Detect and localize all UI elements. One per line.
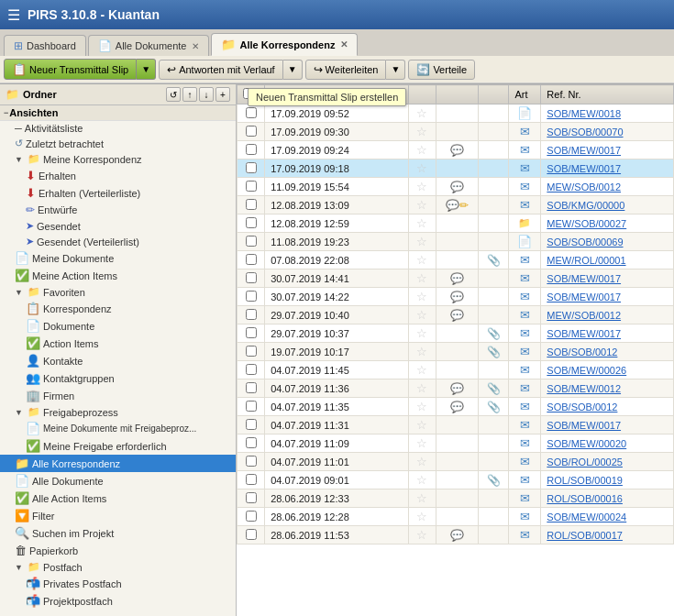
- row-checkbox[interactable]: [246, 474, 257, 485]
- table-row[interactable]: 04.07.2019 11:01☆✉SOB/ROL/00025: [238, 453, 674, 471]
- star-icon[interactable]: ☆: [416, 400, 427, 413]
- new-transmittal-button[interactable]: 📋 Neuer Transmittal Slip: [4, 59, 137, 80]
- row-comment[interactable]: [436, 343, 478, 361]
- new-transmittal-dropdown[interactable]: ▼: [137, 59, 156, 80]
- row-comment[interactable]: [436, 160, 478, 178]
- ref-link[interactable]: SOB/MEW/0017: [547, 163, 621, 174]
- ansichten-collapse[interactable]: −: [4, 108, 8, 117]
- row-star[interactable]: ☆: [408, 380, 436, 398]
- row-comment[interactable]: [436, 453, 478, 471]
- star-icon[interactable]: ☆: [416, 235, 427, 248]
- star-icon[interactable]: ☆: [416, 125, 427, 138]
- row-checkbox[interactable]: [246, 199, 257, 210]
- row-star[interactable]: ☆: [408, 306, 436, 324]
- row-checkbox-cell[interactable]: [238, 178, 265, 196]
- row-star[interactable]: ☆: [408, 398, 436, 416]
- row-checkbox[interactable]: [246, 346, 257, 357]
- table-row[interactable]: 29.07.2019 10:40☆💬✉MEW/SOB/0012: [238, 306, 674, 324]
- tab-alle-korrespondenz[interactable]: 📁 Alle Korrespondenz ✕: [211, 33, 358, 56]
- star-icon[interactable]: ☆: [416, 106, 427, 120]
- sidebar-up-btn[interactable]: ↑: [182, 87, 197, 102]
- star-icon[interactable]: ☆: [416, 161, 427, 175]
- sidebar-item-privates-postfach[interactable]: 📬 Privates Postfach: [0, 575, 236, 592]
- row-star[interactable]: ☆: [408, 233, 436, 251]
- row-checkbox-cell[interactable]: [238, 141, 265, 160]
- sidebar-item-alle-ai[interactable]: ✅ Alle Action Items: [0, 490, 236, 507]
- row-checkbox[interactable]: [246, 456, 257, 467]
- menu-icon[interactable]: ☰: [7, 6, 20, 24]
- row-ref[interactable]: SOB/MEW/0017: [541, 324, 674, 343]
- sidebar-add-btn[interactable]: +: [215, 87, 230, 102]
- sidebar-item-gesendet-v[interactable]: ➤ Gesendet (Verteilerlist): [0, 234, 236, 249]
- sidebar-item-alle-dok[interactable]: 📄 Alle Dokumente: [0, 472, 236, 490]
- sidebar-item-meine-dok[interactable]: 📄 Meine Dokumente: [0, 249, 236, 267]
- table-row[interactable]: 17.09.2019 09:30☆✉SOB/SOB/00070: [238, 123, 674, 141]
- reply-dropdown[interactable]: ▼: [283, 60, 303, 80]
- row-comment[interactable]: [436, 434, 478, 453]
- sidebar-item-aktivitaetsliste[interactable]: ─ Aktivitätsliste: [0, 121, 236, 136]
- ref-link[interactable]: SOB/SOB/0012: [547, 346, 617, 358]
- row-checkbox-cell[interactable]: [238, 160, 265, 178]
- row-checkbox-cell[interactable]: [238, 508, 265, 526]
- row-ref[interactable]: SOB/MEW/0017: [541, 288, 674, 306]
- row-checkbox[interactable]: [246, 492, 257, 503]
- ref-link[interactable]: SOB/MEW/0012: [547, 383, 621, 394]
- sidebar-item-fav-ai[interactable]: ✅ Action Items: [0, 335, 236, 352]
- row-ref[interactable]: ROL/SOB/00016: [541, 490, 674, 508]
- sidebar-item-entwuerfe[interactable]: ✏ Entwürfe: [0, 202, 236, 218]
- ref-link[interactable]: ROL/SOB/00019: [547, 475, 623, 486]
- row-ref[interactable]: SOB/MEW/0017: [541, 270, 674, 288]
- row-star[interactable]: ☆: [408, 361, 436, 380]
- sidebar-item-firmen[interactable]: 🏢 Firmen: [0, 387, 236, 404]
- star-icon[interactable]: ☆: [416, 436, 427, 450]
- table-row[interactable]: 28.06.2019 12:28☆✉SOB/MEW/00024: [238, 508, 674, 526]
- row-comment[interactable]: 💬: [436, 288, 478, 306]
- row-ref[interactable]: SOB/SOB/00070: [541, 123, 674, 141]
- pencil-icon[interactable]: ✏: [459, 199, 469, 212]
- comment-icon[interactable]: 💬: [446, 199, 459, 212]
- ref-link[interactable]: SOB/ROL/00025: [547, 456, 623, 468]
- row-checkbox-cell[interactable]: [238, 398, 265, 416]
- tab-alle-dok-close[interactable]: ✕: [192, 41, 199, 51]
- row-checkbox[interactable]: [246, 437, 257, 448]
- sidebar-item-favoriten[interactable]: ▼ 📁 Favoriten: [0, 284, 236, 300]
- ref-link[interactable]: MEW/SOB/0012: [547, 182, 621, 192]
- row-checkbox-cell[interactable]: [238, 490, 265, 508]
- row-comment[interactable]: [436, 324, 478, 343]
- row-comment[interactable]: 💬: [436, 380, 478, 398]
- row-star[interactable]: ☆: [408, 490, 436, 508]
- row-comment[interactable]: 💬: [436, 141, 478, 160]
- row-comment[interactable]: [436, 490, 478, 508]
- table-row[interactable]: 11.08.2019 19:23☆📄SOB/SOB/00069: [238, 233, 674, 251]
- star-icon[interactable]: ☆: [416, 510, 427, 523]
- table-row[interactable]: 04.07.2019 11:31☆✉SOB/MEW/0017: [238, 416, 674, 434]
- row-checkbox[interactable]: [246, 529, 257, 540]
- col-header-type[interactable]: Art: [509, 85, 541, 104]
- row-checkbox[interactable]: [246, 162, 257, 173]
- table-row[interactable]: 17.09.2019 09:52☆📄SOB/MEW/0018: [238, 104, 674, 123]
- row-checkbox-cell[interactable]: [238, 434, 265, 453]
- row-checkbox[interactable]: [246, 254, 257, 265]
- row-checkbox-cell[interactable]: [238, 526, 265, 544]
- row-ref[interactable]: MEW/ROL/00001: [541, 251, 674, 270]
- sidebar-item-suchen[interactable]: 🔍 Suchen im Projekt: [0, 524, 236, 542]
- star-icon[interactable]: ☆: [416, 363, 427, 377]
- row-ref[interactable]: SOB/SOB/0012: [541, 343, 674, 361]
- col-header-attach[interactable]: [478, 85, 509, 104]
- row-comment[interactable]: 💬: [436, 270, 478, 288]
- table-row[interactable]: 17.09.2019 09:18☆✉SOB/MEW/0017: [238, 160, 674, 178]
- table-row[interactable]: 04.07.2019 11:36☆💬📎✉SOB/MEW/0012: [238, 380, 674, 398]
- row-comment[interactable]: [436, 508, 478, 526]
- row-ref[interactable]: ROL/SOB/00019: [541, 471, 674, 490]
- ref-link[interactable]: SOB/MEW/0017: [547, 292, 621, 302]
- star-icon[interactable]: ☆: [416, 345, 427, 358]
- ref-link[interactable]: SOB/SOB/0012: [547, 402, 617, 412]
- row-comment[interactable]: [436, 416, 478, 434]
- row-checkbox-cell[interactable]: [238, 214, 265, 233]
- sidebar-item-meine-freigabe-dok[interactable]: 📄 Meine Dokumente mit Freigabeproz...: [0, 420, 236, 437]
- row-ref[interactable]: SOB/MEW/0017: [541, 141, 674, 160]
- row-comment[interactable]: [436, 123, 478, 141]
- comment-icon[interactable]: 💬: [450, 272, 464, 285]
- row-ref[interactable]: SOB/MEW/0017: [541, 160, 674, 178]
- comment-icon[interactable]: 💬: [450, 181, 464, 193]
